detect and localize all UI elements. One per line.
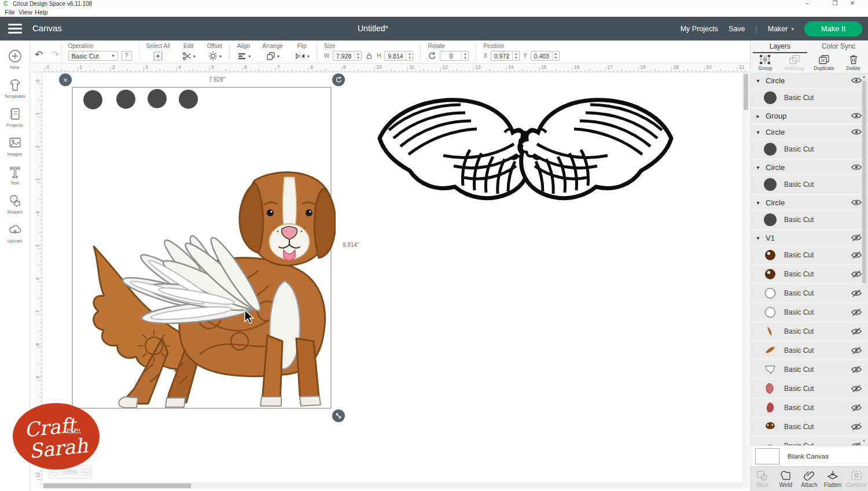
layer-row[interactable]: Basic Cut <box>751 264 868 283</box>
layer-row[interactable]: Basic Cut <box>751 175 868 194</box>
eye-hidden-icon[interactable] <box>851 346 862 355</box>
layers-scroll-up[interactable]: ▲ <box>862 74 866 79</box>
sidebar-item-new[interactable]: New <box>0 49 30 70</box>
operation-help-button[interactable]: ? <box>122 51 132 61</box>
slice-button[interactable]: Slice <box>751 467 774 491</box>
horizontal-scrollbar-thumb[interactable] <box>43 483 191 488</box>
layer-row[interactable]: Basic Cut <box>751 398 868 417</box>
sidebar-item-projects[interactable]: Projects <box>0 106 30 128</box>
eye-hidden-icon[interactable] <box>851 327 862 336</box>
caret-down-icon[interactable]: ▾ <box>751 164 766 171</box>
caret-down-icon[interactable]: ▾ <box>751 77 766 84</box>
layer-group-header[interactable]: ▾Circle <box>751 125 868 139</box>
width-input[interactable]: 7.928 ▲▼ <box>333 51 362 61</box>
tab-layers[interactable]: Layers <box>751 40 810 53</box>
rotate-handle[interactable] <box>332 73 345 86</box>
winged-dog-artwork[interactable] <box>81 168 336 414</box>
redo-icon[interactable]: ↷ <box>51 49 59 61</box>
x-stepper[interactable]: ▲▼ <box>512 52 519 60</box>
minimize-button[interactable]: – <box>802 0 812 6</box>
caret-down-icon[interactable]: ▾ <box>751 235 766 241</box>
layer-group-header[interactable]: ▾Circle <box>751 160 868 175</box>
eye-hidden-icon[interactable] <box>851 233 862 242</box>
layer-row[interactable]: Basic Cut <box>751 88 868 107</box>
eye-visible-icon[interactable] <box>851 127 862 136</box>
rotate-stepper[interactable]: ▲▼ <box>461 52 468 60</box>
y-stepper[interactable]: ▲▼ <box>552 52 559 60</box>
machine-selector[interactable]: Maker ▾ <box>768 25 794 33</box>
layers-scrollbar-thumb[interactable] <box>862 81 866 283</box>
layer-row[interactable]: Basic Cut <box>751 283 868 302</box>
layer-group-header[interactable]: ▸Group <box>751 109 868 123</box>
eye-hidden-icon[interactable] <box>851 403 862 412</box>
eye-hidden-icon[interactable] <box>851 441 862 445</box>
lock-icon[interactable] <box>365 52 373 60</box>
menu-view[interactable]: View <box>19 9 32 16</box>
canvas-circle-shape[interactable] <box>148 89 167 108</box>
layer-group-header[interactable]: ▾Circle <box>751 73 868 88</box>
eye-hidden-icon[interactable] <box>851 308 862 317</box>
attach-button[interactable]: Attach <box>797 467 821 491</box>
angel-wings-artwork[interactable] <box>375 94 676 201</box>
layer-row[interactable]: Basic Cut <box>751 302 868 322</box>
eye-hidden-icon[interactable] <box>851 250 862 260</box>
document-title[interactable]: Untitled* <box>358 24 388 33</box>
flatten-button[interactable]: Flatten <box>821 467 845 491</box>
close-button[interactable]: ✕ <box>847 0 858 6</box>
layer-row[interactable]: Basic Cut <box>751 245 868 264</box>
weld-button[interactable]: Weld <box>774 467 798 491</box>
make-it-button[interactable]: Make It <box>804 21 862 36</box>
caret-right-icon[interactable]: ▸ <box>751 113 766 119</box>
sidebar-item-images[interactable]: Images <box>0 135 30 157</box>
undo-icon[interactable]: ↶ <box>35 49 43 61</box>
width-stepper[interactable]: ▲▼ <box>354 52 361 60</box>
layer-group-header[interactable]: ▾Circle <box>751 195 868 210</box>
layer-row[interactable]: Basic Cut <box>751 139 868 158</box>
duplicate-button[interactable]: Duplicate <box>810 53 839 73</box>
canvas-circle-shape[interactable] <box>83 90 102 109</box>
layer-row[interactable]: Basic Cut <box>751 210 868 229</box>
height-stepper[interactable]: ▲▼ <box>406 52 413 60</box>
y-input[interactable]: 0.403 ▲▼ <box>531 51 560 61</box>
deselect-handle[interactable]: × <box>59 73 72 86</box>
layer-row[interactable]: Basic Cut <box>751 379 868 398</box>
edit-button[interactable]: ▾ <box>182 51 196 61</box>
eye-visible-icon[interactable] <box>851 198 862 207</box>
vertical-scrollbar[interactable] <box>742 72 749 488</box>
sidebar-item-text[interactable]: Text <box>0 164 30 186</box>
resize-handle[interactable] <box>332 409 345 422</box>
eye-visible-icon[interactable] <box>851 111 862 120</box>
delete-button[interactable]: Delete <box>838 53 868 73</box>
eye-hidden-icon[interactable] <box>851 289 862 298</box>
sidebar-item-upload[interactable]: Upload <box>0 222 30 243</box>
layers-scroll-down[interactable]: ▼ <box>862 438 866 444</box>
blank-canvas-row[interactable]: Blank Canvas <box>751 445 868 466</box>
height-input[interactable]: 9.814 ▲▼ <box>384 51 413 61</box>
hamburger-menu-icon[interactable] <box>8 24 22 34</box>
maximize-button[interactable]: ❐ <box>830 0 840 6</box>
layer-group-header[interactable]: ▾V1 <box>751 231 868 245</box>
layer-row[interactable]: Basic Cut <box>751 341 868 360</box>
save-link[interactable]: Save <box>729 25 745 33</box>
rotate-input[interactable]: 0 ▲▼ <box>440 51 469 61</box>
eye-hidden-icon[interactable] <box>851 270 862 279</box>
eye-visible-icon[interactable] <box>851 76 862 85</box>
sidebar-item-templates[interactable]: Templates <box>0 77 30 99</box>
layer-row[interactable]: Basic Cut <box>751 417 868 436</box>
tab-color-sync[interactable]: Color Sync <box>810 40 868 53</box>
align-button[interactable]: ▾ <box>237 51 251 61</box>
zoom-in-button[interactable]: + <box>82 468 90 476</box>
offset-button[interactable]: ▾ <box>208 51 222 61</box>
select-all-button[interactable] <box>153 51 163 61</box>
eye-visible-icon[interactable] <box>851 163 862 172</box>
caret-down-icon[interactable]: ▾ <box>751 129 766 135</box>
arrange-button[interactable]: ▾ <box>266 51 279 61</box>
canvas-circle-shape[interactable] <box>116 90 135 109</box>
group-button[interactable]: Group <box>751 53 780 73</box>
my-projects-link[interactable]: My Projects <box>681 25 718 33</box>
flip-button[interactable]: ▾ <box>295 51 310 61</box>
layer-row[interactable]: Basic Cut <box>751 436 868 445</box>
blank-canvas-swatch[interactable] <box>755 448 779 464</box>
caret-down-icon[interactable]: ▾ <box>751 200 766 206</box>
canvas-area[interactable]: 0123456789101112131415161718192021 01234… <box>30 64 750 491</box>
